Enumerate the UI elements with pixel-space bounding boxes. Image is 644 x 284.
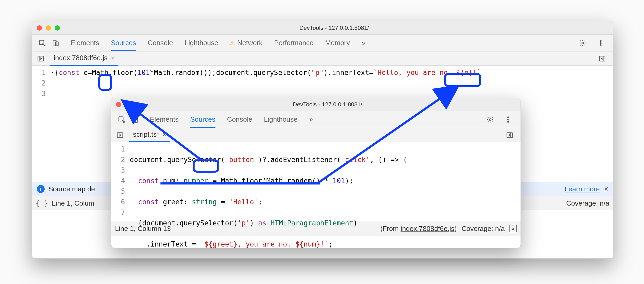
file-tab-label: index.7808df6e.js [54, 54, 108, 62]
minimize-icon[interactable] [125, 102, 130, 107]
navigator-toggle-icon[interactable] [35, 53, 46, 64]
info-icon: i [37, 185, 45, 193]
svg-point-5 [600, 42, 601, 44]
more-tabs-icon[interactable]: » [362, 35, 365, 51]
maximize-icon[interactable] [55, 25, 60, 31]
svg-point-13 [508, 117, 509, 118]
infobar-text: Source map de [48, 185, 95, 193]
tab-performance[interactable]: Performance [274, 35, 314, 51]
kebab-menu-icon[interactable] [503, 114, 514, 125]
line-number: 1 [38, 67, 46, 78]
close-icon[interactable]: × [163, 131, 166, 138]
code-editor[interactable]: 1 2 3 4 5 6 7 document.querySelector('bu… [111, 142, 521, 221]
file-tab-active[interactable]: index.7808df6e.js × [50, 51, 118, 66]
sourcemap-origin: (From index.7808df6e.js) [380, 225, 457, 233]
tab-lighthouse[interactable]: Lighthouse [264, 111, 297, 128]
window-title: DevTools - 127.0.0.1:8081/ [139, 101, 516, 108]
tab-memory[interactable]: Memory [325, 35, 350, 51]
line-number: 2 [118, 154, 125, 165]
tab-network[interactable]: ⚠Network [230, 35, 262, 51]
close-icon[interactable] [116, 102, 121, 107]
devtools-window-source: DevTools - 127.0.0.1:8081/ Elements Sour… [111, 98, 521, 248]
svg-point-3 [582, 42, 584, 44]
tab-sources[interactable]: Sources [190, 111, 215, 128]
tab-console[interactable]: Console [148, 35, 173, 51]
close-icon[interactable]: × [111, 54, 114, 62]
line-number: 6 [118, 197, 125, 207]
tab-lighthouse[interactable]: Lighthouse [185, 35, 218, 51]
navigator-toggle-icon[interactable] [114, 130, 126, 141]
maximize-icon[interactable] [134, 102, 139, 107]
expand-icon[interactable]: ▲ [509, 225, 517, 232]
tab-sources[interactable]: Sources [111, 35, 136, 51]
debugger-toggle-icon[interactable] [597, 53, 608, 64]
svg-point-6 [600, 44, 601, 46]
gear-icon[interactable] [485, 114, 496, 125]
svg-point-12 [489, 119, 491, 120]
tab-console[interactable]: Console [227, 111, 252, 128]
panel-toolbar: Elements Sources Console Lighthouse ⚠Net… [32, 35, 613, 51]
debugger-toggle-icon[interactable] [504, 130, 515, 141]
file-tabs: index.7808df6e.js × [32, 51, 613, 66]
close-icon[interactable]: × [604, 185, 608, 193]
titlebar: DevTools - 127.0.0.1:8081/ [32, 21, 613, 35]
gear-icon[interactable] [577, 37, 588, 49]
line-number: 1 [118, 144, 125, 154]
device-toggle-icon[interactable] [129, 114, 140, 125]
file-tabs: script.ts* × [111, 128, 521, 142]
inspect-icon[interactable] [37, 37, 48, 49]
code-content: document.querySelector('button')?.addEve… [130, 142, 410, 221]
learn-more-link[interactable]: Learn more [565, 185, 600, 193]
line-number: 5 [118, 186, 125, 197]
window-title: DevTools - 127.0.0.1:8081/ [60, 25, 608, 31]
line-number: 3 [118, 165, 125, 176]
svg-point-15 [508, 121, 509, 122]
coverage-label: Coverage: n/a [462, 225, 505, 233]
file-tab-active[interactable]: script.ts* × [129, 128, 170, 142]
svg-point-4 [600, 40, 601, 41]
cursor-position: Line 1, Column 13 [115, 225, 171, 233]
line-number: 3 [38, 88, 46, 99]
tab-elements[interactable]: Elements [150, 111, 178, 128]
inspect-icon[interactable] [116, 114, 127, 125]
minimize-icon[interactable] [46, 25, 51, 31]
close-icon[interactable] [37, 25, 42, 31]
file-tab-label: script.ts* [133, 130, 159, 139]
line-number: 2 [38, 78, 46, 88]
pretty-print-icon[interactable]: { } [36, 199, 48, 207]
panel-tabs: Elements Sources Console Lighthouse » [150, 111, 485, 128]
line-number: 4 [118, 176, 125, 186]
warning-icon: ⚠ [230, 40, 235, 46]
panel-tabs: Elements Sources Console Lighthouse ⚠Net… [71, 35, 577, 51]
origin-file-link[interactable]: index.7808df6e.js [401, 225, 454, 233]
titlebar: DevTools - 127.0.0.1:8081/ [111, 98, 521, 111]
panel-toolbar: Elements Sources Console Lighthouse » [111, 111, 521, 128]
cursor-position: Line 1, Colum [52, 199, 94, 207]
line-gutter: 1 2 3 [32, 66, 50, 182]
coverage-label: Coverage: n/a [566, 199, 609, 207]
line-number: 7 [118, 207, 125, 218]
more-tabs-icon[interactable]: » [309, 111, 313, 128]
kebab-menu-icon[interactable] [595, 37, 606, 49]
device-toggle-icon[interactable] [50, 37, 61, 49]
svg-point-14 [508, 119, 509, 120]
tab-network-label: Network [237, 39, 262, 47]
tab-elements[interactable]: Elements [71, 35, 99, 51]
line-gutter: 1 2 3 4 5 6 7 [111, 142, 130, 221]
